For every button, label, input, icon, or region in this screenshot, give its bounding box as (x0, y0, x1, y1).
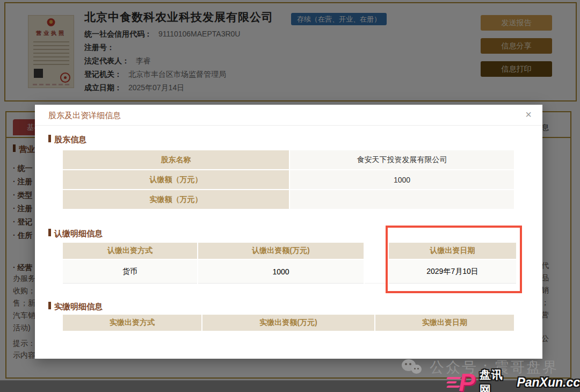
column-header: 实缴出资额(万元) (202, 315, 374, 331)
table-cell-date: 2029年7月10日 (389, 260, 516, 284)
subscribed-table-header: 认缴出资方式 认缴出资额(万元) 认缴出资日期 (63, 243, 516, 259)
section-paid-detail: 实缴明细信息 (48, 302, 103, 312)
table-value-cell: 食安天下投资发展有限公司 (290, 150, 514, 169)
site-domain: PanXun.cc (517, 375, 580, 390)
panxun-logo: P 盘讯网 PanXun.cc (447, 367, 580, 392)
section-subscribed-detail: 认缴明细信息 (48, 229, 103, 239)
wechat-icon (402, 358, 424, 376)
column-header: 实缴出资方式 (63, 315, 201, 331)
modal-header-divider (35, 125, 542, 126)
section-title: 实缴明细信息 (54, 302, 103, 311)
shareholder-detail-modal: 股东及出资详细信息 × 股东信息 股东名称 食安天下投资发展有限公司 认缴额（万… (35, 105, 542, 359)
site-name: 盘讯网 (480, 367, 512, 392)
table-label-cell: 股东名称 (63, 150, 289, 169)
column-header: 认缴出资额(万元) (198, 243, 364, 259)
subscribed-table-row: 货币 1000 2029年7月10日 (63, 260, 516, 284)
column-spacer (365, 243, 388, 259)
table-value-cell: 1000 (290, 170, 514, 189)
column-header: 认缴出资日期 (389, 243, 516, 259)
panxun-p-icon: P (459, 372, 475, 392)
section-title: 股东信息 (54, 135, 86, 144)
table-label-cell: 实缴额（万元） (63, 190, 289, 209)
section-bar-icon (48, 302, 51, 309)
section-bar-icon (48, 135, 51, 142)
table-label-cell: 认缴额（万元） (63, 170, 289, 189)
column-spacer (365, 260, 388, 284)
wechat-bubble-small (411, 365, 422, 374)
section-bar-icon (48, 229, 51, 236)
section-title: 认缴明细信息 (54, 229, 103, 238)
table-cell-method: 货币 (63, 260, 197, 284)
shareholder-table: 股东名称 食安天下投资发展有限公司 认缴额（万元） 1000 实缴额（万元） (63, 150, 516, 209)
column-header: 认缴出资方式 (63, 243, 197, 259)
close-icon[interactable]: × (525, 107, 532, 121)
table-cell-amount: 1000 (198, 260, 364, 284)
paid-table-header: 实缴出资方式 实缴出资额(万元) 实缴出资日期 (63, 315, 516, 331)
modal-title: 股东及出资详细信息 (48, 111, 121, 121)
page: 营业执照 北京中食数科农业科技发展有限公司 存续（在营、开业、在册） 统一社会信… (0, 0, 580, 392)
section-shareholder-info: 股东信息 (48, 135, 86, 145)
table-value-cell (290, 190, 514, 209)
column-header: 实缴出资日期 (375, 315, 514, 331)
